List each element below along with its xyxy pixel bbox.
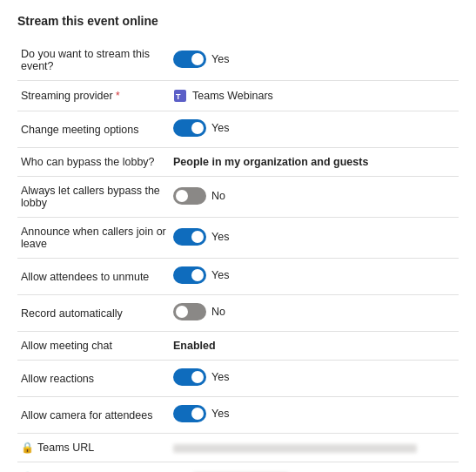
toggle-thumb-stream-event	[191, 53, 204, 65]
toggle-track-stream-event[interactable]	[173, 51, 206, 68]
row-label-record-auto: Record automatically	[17, 295, 170, 332]
row-label-teams-url: 🔒 Teams URL	[17, 434, 170, 462]
row-label-bypass-lobby: Who can bypass the lobby?	[17, 148, 170, 177]
toggle-track-allow-reactions[interactable]	[173, 368, 206, 386]
row-value-allow-reactions: Yes	[170, 361, 459, 397]
table-row: Do you want to stream this event? Yes	[17, 40, 459, 81]
row-value-allow-camera: Yes	[170, 397, 459, 434]
toggle-track-allow-unmute[interactable]	[173, 266, 206, 284]
row-value-meeting-chat: Enabled	[170, 332, 459, 361]
provider-name: Teams Webinars	[192, 90, 273, 102]
meeting-chat-value: Enabled	[173, 340, 216, 352]
table-row: 🔒 Teams meeting owner	[17, 462, 459, 473]
svg-text:T: T	[176, 92, 181, 101]
toggle-thumb-record-auto	[176, 306, 188, 318]
row-label-teams-owner: 🔒 Teams meeting owner	[17, 462, 170, 473]
toggle-label-allow-reactions: Yes	[211, 371, 229, 383]
row-value-record-auto: No	[170, 295, 459, 332]
table-row: Always let callers bypass the lobby No	[17, 177, 459, 218]
row-label-allow-camera: Allow camera for attendees	[17, 397, 170, 434]
row-label-stream-event: Do you want to stream this event?	[17, 40, 170, 81]
table-row: Who can bypass the lobby? People in my o…	[17, 148, 459, 177]
row-label-allow-reactions: Allow reactions	[17, 361, 170, 397]
toggle-record-auto[interactable]: No	[173, 303, 225, 320]
toggle-track-allow-camera[interactable]	[173, 405, 206, 422]
row-label-streaming-provider: Streaming provider *	[17, 81, 170, 111]
row-value-meeting-options: Yes	[170, 111, 459, 148]
row-value-allow-unmute: Yes	[170, 259, 459, 295]
table-row: Allow camera for attendees Yes	[17, 397, 459, 434]
row-label-callers-bypass: Always let callers bypass the lobby	[17, 177, 170, 218]
toggle-stream-event[interactable]: Yes	[173, 51, 229, 68]
row-value-stream-event: Yes	[170, 40, 459, 81]
page-container: Stream this event online Do you want to …	[0, 0, 476, 472]
row-label-announce-callers: Announce when callers join or leave	[17, 218, 170, 259]
toggle-label-allow-unmute: Yes	[211, 269, 229, 281]
page-title: Stream this event online	[17, 14, 459, 28]
toggle-label-meeting-options: Yes	[211, 122, 229, 134]
toggle-thumb-allow-camera	[191, 408, 204, 420]
toggle-label-announce-callers: Yes	[211, 231, 229, 243]
row-value-bypass-lobby: People in my organization and guests	[170, 148, 459, 177]
row-value-callers-bypass: No	[170, 177, 459, 218]
row-value-teams-url	[170, 434, 459, 462]
toggle-thumb-announce-callers	[191, 231, 204, 243]
table-row: Allow reactions Yes	[17, 361, 459, 397]
toggle-label-stream-event: Yes	[211, 53, 229, 65]
teams-url-blurred	[173, 444, 417, 453]
toggle-thumb-allow-unmute	[191, 269, 204, 281]
toggle-allow-reactions[interactable]: Yes	[173, 368, 229, 386]
toggle-thumb-meeting-options	[191, 122, 204, 134]
table-row: 🔒 Teams URL	[17, 434, 459, 462]
row-label-meeting-chat: Allow meeting chat	[17, 332, 170, 361]
toggle-thumb-allow-reactions	[191, 371, 204, 383]
bypass-lobby-value: People in my organization and guests	[173, 156, 368, 168]
settings-table: Do you want to stream this event? Yes St…	[17, 40, 459, 472]
required-star: *	[116, 90, 120, 102]
row-value-streaming-provider: T Teams Webinars	[170, 81, 459, 111]
table-row: Record automatically No	[17, 295, 459, 332]
toggle-label-record-auto: No	[211, 306, 225, 318]
lock-icon-url: 🔒	[21, 442, 34, 454]
table-row: Allow attendees to unmute Yes	[17, 259, 459, 295]
toggle-meeting-options[interactable]: Yes	[173, 119, 229, 137]
teams-icon: T	[173, 89, 187, 103]
toggle-allow-camera[interactable]: Yes	[173, 405, 229, 422]
toggle-thumb-callers-bypass	[176, 190, 188, 202]
lock-label-teams-url: 🔒 Teams URL	[21, 442, 166, 454]
table-row: Allow meeting chat Enabled	[17, 332, 459, 361]
row-label-meeting-options: Change meeting options	[17, 111, 170, 148]
row-label-allow-unmute: Allow attendees to unmute	[17, 259, 170, 295]
toggle-callers-bypass[interactable]: No	[173, 187, 225, 205]
toggle-track-callers-bypass[interactable]	[173, 187, 206, 205]
toggle-track-record-auto[interactable]	[173, 303, 206, 320]
toggle-track-announce-callers[interactable]	[173, 228, 206, 246]
table-row: Announce when callers join or leave Yes	[17, 218, 459, 259]
row-value-teams-owner	[170, 462, 459, 473]
table-row: Change meeting options Yes	[17, 111, 459, 148]
toggle-label-allow-camera: Yes	[211, 408, 229, 420]
row-value-announce-callers: Yes	[170, 218, 459, 259]
toggle-track-meeting-options[interactable]	[173, 119, 206, 137]
toggle-allow-unmute[interactable]: Yes	[173, 266, 229, 284]
table-row: Streaming provider * T Teams Webinars	[17, 81, 459, 111]
toggle-announce-callers[interactable]: Yes	[173, 228, 229, 246]
provider-row: T Teams Webinars	[173, 89, 455, 103]
toggle-label-callers-bypass: No	[211, 190, 225, 202]
